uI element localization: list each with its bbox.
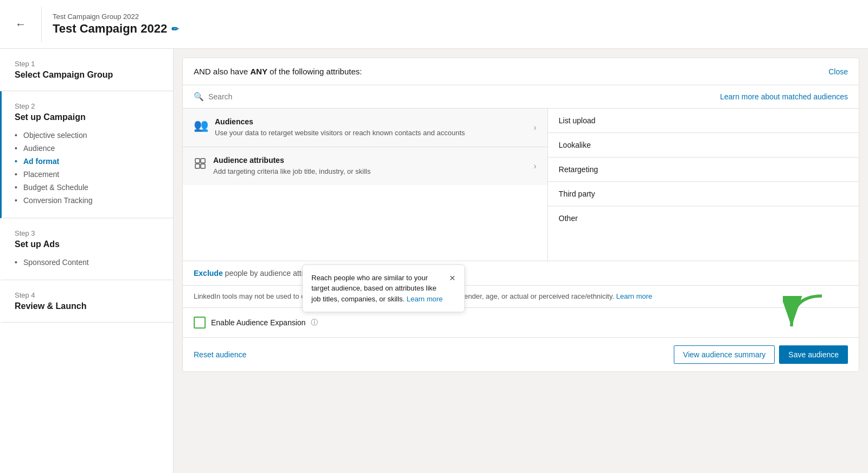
bottom-actions: Reset audience View audience summary Sav… bbox=[183, 337, 859, 371]
close-button[interactable]: Close bbox=[828, 67, 848, 76]
disclaimer-learn-link[interactable]: Learn more bbox=[616, 292, 652, 300]
sub-items-list: List upload Lookalike Retargeting Third … bbox=[548, 109, 859, 230]
step1-title: Select Campaign Group bbox=[15, 70, 160, 80]
sidebar-step-1[interactable]: Step 1 Select Campaign Group bbox=[0, 49, 173, 91]
sub-item-other[interactable]: Other bbox=[548, 206, 859, 230]
list-col-left: 👥 Audiences Use your data to retarget we… bbox=[183, 109, 548, 261]
svg-rect-3 bbox=[201, 164, 205, 168]
sub-item-third-party[interactable]: Third party bbox=[548, 182, 859, 206]
audiences-chevron: › bbox=[534, 123, 537, 133]
audience-expansion-checkbox[interactable] bbox=[194, 317, 206, 329]
panel-header-title: AND also have ANY of the following attri… bbox=[194, 67, 362, 76]
sidebar-step-2[interactable]: Step 2 Set up Campaign Objective selecti… bbox=[0, 91, 173, 218]
header-text: Test Campaign Group 2022 Test Campaign 2… bbox=[53, 12, 178, 36]
attributes-text: Audience attributes Add targeting criter… bbox=[213, 156, 371, 176]
disclaimer: LinkedIn tools may not be used to discri… bbox=[183, 285, 859, 307]
attributes-icon bbox=[194, 157, 207, 173]
sidebar-item-conversion[interactable]: Conversion Tracking bbox=[15, 194, 160, 207]
sidebar-step-4[interactable]: Step 4 Review & Launch bbox=[0, 280, 173, 323]
search-icon: 🔍 bbox=[194, 92, 204, 102]
reset-audience-link[interactable]: Reset audience bbox=[194, 350, 246, 359]
sidebar-item-placement[interactable]: Placement bbox=[15, 168, 160, 181]
sidebar-item-objective[interactable]: Objective selection bbox=[15, 129, 160, 142]
sidebar-item-adformat[interactable]: Ad format bbox=[15, 155, 160, 168]
exclude-link[interactable]: Exclude bbox=[194, 269, 223, 278]
tooltip-bubble: ✕ Reach people who are similar to your t… bbox=[302, 264, 465, 313]
back-button[interactable]: ← bbox=[11, 16, 30, 33]
expansion-label: Enable Audience Expansion bbox=[211, 318, 305, 327]
svg-rect-1 bbox=[201, 159, 205, 163]
step3-label: Step 3 bbox=[15, 229, 160, 237]
search-wrap: 🔍 bbox=[194, 92, 711, 102]
svg-rect-2 bbox=[195, 164, 200, 168]
tooltip-learn-link[interactable]: Learn more bbox=[407, 295, 443, 303]
sidebar-item-sponsored[interactable]: Sponsored Content bbox=[15, 256, 160, 269]
learn-more-link[interactable]: Learn more about matched audiences bbox=[720, 92, 848, 101]
sub-item-retargeting[interactable]: Retargeting bbox=[548, 157, 859, 182]
step1-label: Step 1 bbox=[15, 60, 160, 68]
search-input[interactable] bbox=[208, 92, 711, 101]
step2-label: Step 2 bbox=[15, 102, 160, 110]
campaign-name: Test Campaign 2022 ✏ bbox=[53, 22, 178, 36]
audiences-icon: 👥 bbox=[194, 118, 208, 133]
step2-items: Objective selection Audience Ad format P… bbox=[15, 129, 160, 207]
expansion-section: Enable Audience Expansion ⓘ ✕ Reach peop… bbox=[183, 307, 859, 337]
attributes-name: Audience attributes bbox=[213, 156, 371, 165]
layout: Step 1 Select Campaign Group Step 2 Set … bbox=[0, 49, 868, 473]
panel-header: AND also have ANY of the following attri… bbox=[183, 58, 859, 85]
save-audience-button[interactable]: Save audience bbox=[779, 345, 848, 364]
question-icon[interactable]: ⓘ bbox=[311, 318, 318, 327]
audience-item-audiences[interactable]: 👥 Audiences Use your data to retarget we… bbox=[183, 109, 547, 147]
exclude-row: Exclude people by audience attributes an… bbox=[183, 261, 859, 285]
actions-right: View audience summary Save audience bbox=[674, 345, 848, 364]
tooltip-close-button[interactable]: ✕ bbox=[449, 273, 456, 284]
audiences-desc: Use your data to retarget website visito… bbox=[215, 128, 465, 138]
list-area: 👥 Audiences Use your data to retarget we… bbox=[183, 109, 859, 261]
svg-rect-0 bbox=[195, 159, 200, 163]
sidebar-step-3[interactable]: Step 3 Set up Ads Sponsored Content bbox=[0, 218, 173, 280]
step4-title: Review & Launch bbox=[15, 301, 160, 311]
sidebar: Step 1 Select Campaign Group Step 2 Set … bbox=[0, 49, 174, 473]
sidebar-item-budget[interactable]: Budget & Schedule bbox=[15, 181, 160, 194]
audiences-text: Audiences Use your data to retarget webs… bbox=[215, 117, 465, 138]
audience-item-attributes[interactable]: Audience attributes Add targeting criter… bbox=[183, 147, 547, 185]
campaign-group-name: Test Campaign Group 2022 bbox=[53, 12, 178, 21]
attributes-desc: Add targeting criteria like job title, i… bbox=[213, 167, 371, 176]
header-divider bbox=[41, 7, 42, 42]
edit-icon[interactable]: ✏ bbox=[171, 24, 178, 34]
list-col-right: List upload Lookalike Retargeting Third … bbox=[548, 109, 859, 261]
step3-title: Set up Ads bbox=[15, 239, 160, 249]
sidebar-item-audience[interactable]: Audience bbox=[15, 142, 160, 155]
audience-panel: AND also have ANY of the following attri… bbox=[182, 58, 859, 372]
sub-item-lookalike[interactable]: Lookalike bbox=[548, 133, 859, 157]
sub-item-list-upload[interactable]: List upload bbox=[548, 109, 859, 133]
step3-items: Sponsored Content bbox=[15, 256, 160, 269]
search-row: 🔍 Learn more about matched audiences bbox=[183, 85, 859, 109]
step2-title: Set up Campaign bbox=[15, 112, 160, 122]
step4-label: Step 4 bbox=[15, 291, 160, 299]
header: ← Test Campaign Group 2022 Test Campaign… bbox=[0, 0, 868, 49]
view-summary-button[interactable]: View audience summary bbox=[674, 345, 775, 364]
green-arrow bbox=[783, 292, 826, 335]
main-content: AND also have ANY of the following attri… bbox=[174, 49, 868, 473]
attributes-chevron: › bbox=[534, 161, 537, 171]
audiences-name: Audiences bbox=[215, 117, 465, 126]
